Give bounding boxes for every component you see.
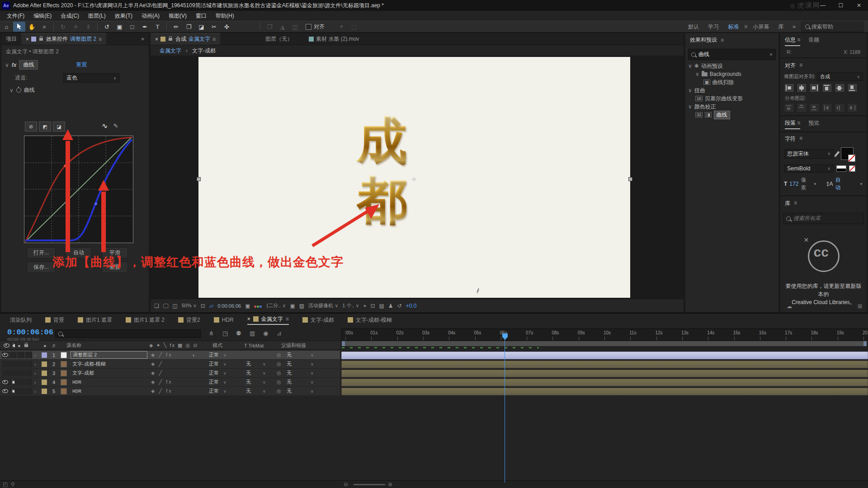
pencil-tool-icon[interactable]: ✎	[113, 122, 118, 129]
hide-shy-layers-icon[interactable]: ⚉	[236, 330, 241, 337]
panel-menu-icon[interactable]: ≡	[721, 37, 724, 43]
clear-search-icon[interactable]: ×	[769, 52, 773, 58]
solo-toggle[interactable]	[17, 361, 24, 367]
lock-toggle[interactable]	[25, 370, 32, 376]
solo-toggle[interactable]	[17, 388, 24, 394]
graph-editor-icon[interactable]: ⊿	[277, 330, 282, 337]
cc-sync-icon[interactable]: ☁	[787, 303, 792, 310]
tab-comp-hdr[interactable]: HDR	[214, 317, 234, 323]
parent-dropdown[interactable]: 无∨	[287, 387, 314, 395]
curves-save-button[interactable]: 保存...	[27, 262, 56, 273]
distribute-top-icon[interactable]	[785, 104, 793, 112]
tab-audio[interactable]: 音频	[808, 36, 819, 46]
align-h-center-icon[interactable]	[797, 84, 806, 92]
layer-row-2[interactable]: › 2 文字-成都-模糊 ◈ ╱ 正常∨ 无∨ ◎ 无∨	[0, 360, 340, 368]
tab-layer-viewer[interactable]: 图层（无）	[261, 33, 297, 45]
mask-visibility-icon[interactable]: ▱	[209, 303, 213, 309]
trkmat-column-header[interactable]: T TrkMat	[244, 341, 264, 350]
menu-edit[interactable]: 编辑(E)	[29, 11, 56, 21]
pickwhip-icon[interactable]: ◎	[277, 387, 281, 395]
tree-chevron-icon[interactable]: ∨	[695, 71, 699, 77]
tab-info[interactable]: 信息 ≡	[785, 36, 800, 46]
lock-icon[interactable]	[39, 38, 43, 41]
add-library-icon[interactable]: ⊞	[858, 303, 862, 310]
align-right-icon[interactable]	[810, 84, 819, 92]
trkmat-dropdown[interactable]: 无∨	[246, 360, 266, 368]
always-preview-icon[interactable]: ❏	[154, 303, 159, 309]
distribute-bottom-icon[interactable]	[810, 104, 819, 112]
trkmat-dropdown[interactable]: 无∨	[246, 378, 266, 386]
stroke-color-swatch[interactable]	[848, 155, 855, 162]
layer-expand-chevron[interactable]: ›	[34, 369, 36, 377]
tab-comp-text-chengdu[interactable]: 文字-成都	[302, 316, 334, 324]
layer-switches[interactable]: ◈ ╱ fx	[151, 387, 173, 395]
menu-effect[interactable]: 效果(T)	[111, 11, 137, 21]
effects-search-box[interactable]: 曲线 ×	[688, 49, 776, 60]
layer-name[interactable]: 文字-成都-模糊	[72, 360, 105, 368]
clone-stamp-tool-icon[interactable]: ❐	[183, 22, 195, 32]
parent-link-column-header[interactable]: 父级和链接	[281, 341, 306, 350]
channel-dropdown[interactable]: 蓝色 ∨	[63, 73, 119, 83]
breadcrumb-current-comp[interactable]: 文字-成都	[192, 47, 216, 55]
layer-label-swatch[interactable]	[42, 380, 47, 385]
tree-effect-curves-selected[interactable]: 曲线	[714, 111, 730, 119]
maximize-button[interactable]: ☐	[832, 0, 850, 11]
panel-menu-icon[interactable]: ≡	[797, 120, 800, 126]
tab-project[interactable]: 项目	[1, 33, 21, 45]
tree-category-distort[interactable]: 扭曲	[694, 87, 705, 94]
layer-expand-chevron[interactable]: ›	[34, 387, 36, 395]
layer-bar-1[interactable]	[341, 352, 868, 359]
tab-preview[interactable]: 预览	[808, 119, 819, 129]
camera-dropdown[interactable]: 活动摄像机 ∨	[308, 302, 338, 309]
solo-toggle[interactable]	[17, 379, 24, 385]
align-bottom-icon[interactable]	[848, 84, 857, 92]
pan-camera-tool-icon[interactable]: ✛	[70, 22, 82, 32]
zoom-in-icon[interactable]: ⊕	[388, 481, 392, 488]
panel-menu-icon[interactable]: ≡	[794, 200, 797, 207]
orbit-camera-tool-icon[interactable]: ↻	[57, 22, 69, 32]
search-help-box[interactable]: 搜索帮助	[801, 22, 863, 32]
draft-3d-icon[interactable]: ◳	[222, 330, 228, 337]
solo-toggle[interactable]	[17, 370, 24, 376]
reset-exposure-icon[interactable]: ↺	[397, 303, 402, 309]
pan-behind-tool-icon[interactable]: ▣	[113, 22, 126, 32]
workspace-overflow-icon[interactable]: »	[789, 22, 799, 31]
chevron-down-icon[interactable]: ▼	[859, 182, 863, 186]
work-area-bar[interactable]	[341, 341, 867, 347]
panel-menu-icon[interactable]: ≡	[286, 316, 289, 322]
pickwhip-icon[interactable]: ◎	[277, 351, 281, 359]
workspace-small-screen[interactable]: 小屏幕	[749, 22, 773, 32]
layer-name[interactable]: 文字-成都	[72, 369, 94, 377]
type-tool-icon[interactable]: T	[151, 22, 164, 32]
region-icon[interactable]: ▣	[290, 303, 295, 309]
layer-row-3[interactable]: › 3 文字-成都 ◈ ╱ 正常∨ 无∨ ◎ 无∨	[0, 369, 340, 377]
tree-preset-curve-sweep[interactable]: 曲线扫除	[712, 79, 734, 86]
layer-label-swatch[interactable]	[42, 371, 47, 376]
zoom-tool-icon[interactable]: ⌕	[38, 22, 51, 32]
curves-editor[interactable]	[24, 136, 133, 243]
menu-file[interactable]: 文件(F)	[3, 11, 28, 21]
fill-style-swatch[interactable]	[836, 165, 846, 172]
parent-dropdown[interactable]: 无∨	[287, 360, 314, 368]
rotate-tool-icon[interactable]: ↺	[101, 22, 113, 32]
solo-toggle[interactable]	[17, 352, 24, 358]
transparency-grid-icon[interactable]: ▨	[299, 303, 304, 309]
distribute-v-center-icon[interactable]	[797, 104, 806, 112]
parent-dropdown[interactable]: 无∨	[287, 369, 314, 377]
panel-menu-icon[interactable]: ≡	[799, 62, 802, 70]
layer-switches[interactable]: ◈ ╱ fx	[151, 378, 173, 386]
video-toggle[interactable]	[2, 352, 9, 358]
effect-toggle-icon[interactable]: ◑	[192, 351, 195, 359]
current-timecode[interactable]: 0:00:06:06	[7, 328, 53, 337]
motion-blur-icon[interactable]: ◉	[263, 330, 268, 337]
marquee-options-icon[interactable]: ⬚	[348, 22, 360, 32]
frame-blending-icon[interactable]: ▥	[250, 330, 255, 337]
layer-expand-chevron[interactable]: ›	[34, 360, 36, 368]
channel-rgb-chip-icon[interactable]: ⊘	[25, 122, 37, 131]
audio-toggle[interactable]	[9, 370, 17, 376]
trkmat-dropdown[interactable]: 无∨	[246, 369, 266, 377]
layer-switches[interactable]: ◈ ╱	[151, 369, 163, 377]
flowchart-icon[interactable]: ♟	[388, 303, 393, 309]
layer-label-swatch[interactable]	[42, 389, 47, 394]
layer-expand-chevron[interactable]: ›	[34, 378, 36, 386]
